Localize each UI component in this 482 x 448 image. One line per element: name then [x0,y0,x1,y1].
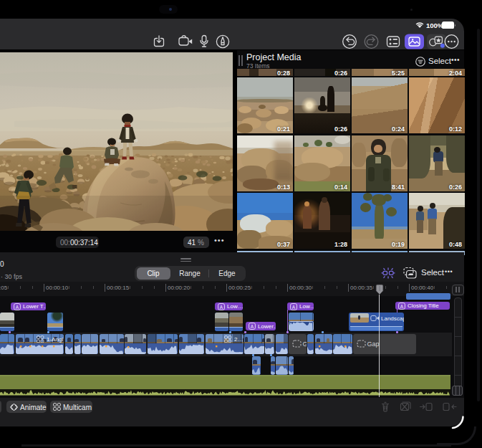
svg-text:A: A [219,304,223,309]
svg-text:A: A [15,304,19,309]
svg-text:A: A [291,304,295,309]
svg-text:A: A [250,324,254,329]
svg-text:A: A [400,303,403,308]
